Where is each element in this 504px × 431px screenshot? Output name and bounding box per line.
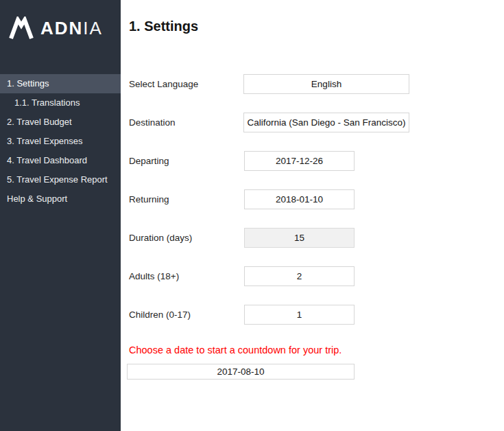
returning-date-cell[interactable]: 2018-01-10 [244, 189, 355, 209]
brand-name: ADNIA [40, 18, 103, 39]
brand-name-bold: ADN [40, 18, 83, 38]
field-row-children: Children (0-17) 1 [129, 305, 191, 325]
departing-date-cell[interactable]: 2017-12-26 [244, 151, 355, 171]
countdown-date-cell[interactable]: 2017-08-10 [127, 364, 355, 380]
language-value-cell[interactable]: English [243, 74, 409, 94]
sidebar-item-travel-dashboard[interactable]: 4. Travel Dashboard [0, 151, 121, 170]
sidebar-item-travel-expense-report[interactable]: 5. Travel Expense Report [0, 170, 121, 189]
adults-label: Adults (18+) [129, 266, 179, 286]
app-logo: ADNIA [8, 16, 103, 40]
duration-label: Duration (days) [129, 228, 192, 248]
field-row-returning: Returning 2018-01-10 [129, 189, 169, 209]
destination-value-cell[interactable]: California (San Diego - San Francisco) [243, 113, 409, 132]
select-language-label: Select Language [129, 74, 198, 94]
sidebar-item-help-support[interactable]: Help & Support [0, 189, 121, 209]
children-value-cell[interactable]: 1 [244, 305, 355, 325]
sidebar-item-travel-expenses[interactable]: 3. Travel Expenses [0, 132, 121, 151]
sidebar-item-travel-budget[interactable]: 2. Travel Budget [0, 113, 121, 132]
destination-label: Destination [129, 113, 176, 132]
field-row-destination: Destination California (San Diego - San … [129, 113, 176, 132]
adults-value-cell[interactable]: 2 [244, 266, 355, 286]
sidebar-item-settings[interactable]: 1. Settings [0, 74, 121, 93]
returning-label: Returning [129, 189, 169, 209]
sidebar-item-translations[interactable]: 1.1. Translations [0, 93, 121, 113]
sidebar-nav: 1. Settings 1.1. Translations 2. Travel … [0, 74, 121, 209]
adnia-logo-icon [8, 16, 34, 40]
field-row-duration: Duration (days) 15 [129, 228, 192, 248]
field-row-adults: Adults (18+) 2 [129, 266, 179, 286]
departing-label: Departing [129, 151, 169, 171]
page-title: 1. Settings [129, 19, 198, 34]
duration-value-cell: 15 [244, 228, 355, 248]
sidebar: ADNIA 1. Settings 1.1. Translations 2. T… [0, 0, 121, 431]
children-label: Children (0-17) [129, 305, 191, 325]
settings-page: 1. Settings Select Language English Dest… [121, 0, 504, 431]
brand-name-light: IA [83, 18, 103, 38]
field-row-departing: Departing 2017-12-26 [129, 151, 169, 171]
countdown-message: Choose a date to start a countdown for y… [129, 345, 341, 356]
field-row-select-language: Select Language English [129, 74, 198, 94]
